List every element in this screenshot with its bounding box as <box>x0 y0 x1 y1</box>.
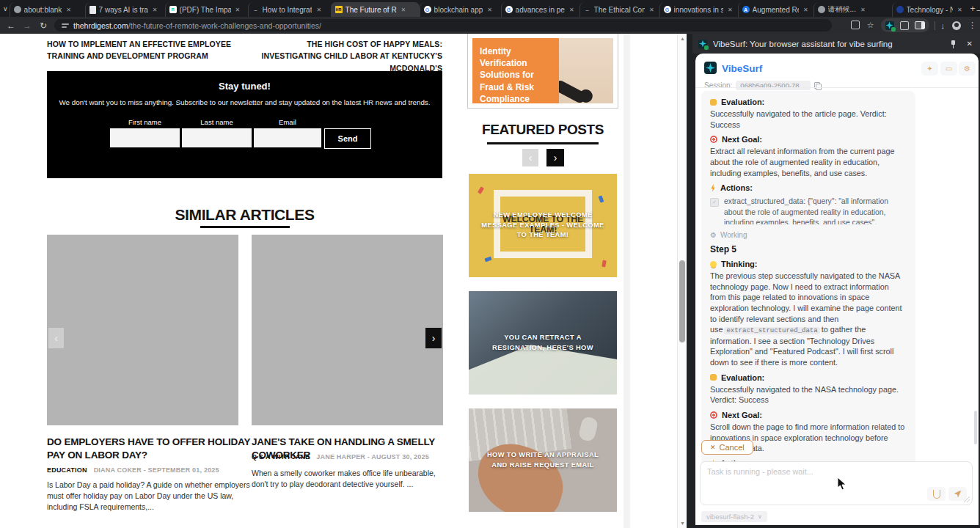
cancel-button[interactable]: ✕ Cancel <box>701 440 753 455</box>
tab-label: 请稍候... <box>828 4 856 15</box>
scroll-down-icon[interactable]: ▼ <box>678 521 687 526</box>
tab-blockchain[interactable]: G blockchain app ✕ <box>420 2 501 17</box>
settings-button[interactable]: ⚙ <box>959 62 976 76</box>
scrollbar-thumb[interactable] <box>679 260 685 342</box>
back-button[interactable]: ← <box>3 21 19 31</box>
carousel-prev-button[interactable]: ‹ <box>48 328 64 348</box>
tab-7-ways-ai[interactable]: 7 ways AI is tra ✕ <box>85 2 165 17</box>
side-panel-icon[interactable] <box>915 21 925 29</box>
rewards-button[interactable]: ✦ <box>921 62 938 76</box>
new-tab-button[interactable]: + <box>970 2 976 15</box>
tab-close-icon[interactable]: ✕ <box>151 6 159 14</box>
lightning-icon <box>710 184 716 192</box>
carousel-next-button[interactable]: › <box>425 328 442 348</box>
featured-posts-heading: FEATURED POSTS <box>462 122 624 138</box>
evaluation-text: Successfully navigated to the article pa… <box>710 109 907 130</box>
content-right-gutter <box>624 34 630 528</box>
tab-close-icon[interactable]: ✕ <box>486 6 494 14</box>
minimize-button[interactable]: – <box>977 5 980 14</box>
copy-icon[interactable] <box>814 82 821 89</box>
page-scrollbar[interactable]: ▲ ▼ <box>677 34 687 528</box>
tab-close-icon[interactable]: ✕ <box>400 6 408 14</box>
site-info-icon[interactable] <box>62 22 69 29</box>
featured-post[interactable]: YOU CAN RETRACT A RESIGNATION, HERE'S HO… <box>469 291 617 395</box>
model-selector[interactable]: vibesurf-flash-2 ∨ <box>701 511 767 522</box>
scroll-up-icon[interactable]: ▲ <box>678 36 687 41</box>
featured-prev-button[interactable]: ‹ <box>522 149 538 166</box>
tab-close-icon[interactable]: ✕ <box>315 6 323 14</box>
send-icon <box>954 491 962 498</box>
tab-advances[interactable]: G advances in pe ✕ <box>501 2 579 17</box>
tab-search-icon[interactable]: ∨ <box>3 2 8 15</box>
session-label: Session: <box>704 81 732 89</box>
ad-text: Identity Verification Solutions for Frau… <box>472 38 559 103</box>
attach-button[interactable] <box>927 487 946 501</box>
evaluation-label: Evaluation: <box>721 373 764 382</box>
tab-close-icon[interactable]: ✕ <box>568 6 576 14</box>
address-bar[interactable]: thehrdigest.com/the-future-of-remote-wor… <box>54 19 832 32</box>
extensions-icon[interactable] <box>900 21 909 30</box>
tab-how-to-integrate[interactable]: – How to Integrat ✕ <box>248 2 331 17</box>
tab-close-icon[interactable]: ✕ <box>648 6 656 14</box>
tab-close-icon[interactable]: ✕ <box>802 6 810 14</box>
first-name-input[interactable] <box>110 128 180 147</box>
evaluation-text: Successfully navigated to the NASA techn… <box>710 384 907 406</box>
tab-close-icon[interactable]: ✕ <box>234 6 242 14</box>
reload-button[interactable]: ↻ <box>35 21 51 31</box>
bookmark-star-icon[interactable]: ☆ <box>867 21 874 30</box>
menu-icon[interactable]: ⋮ <box>968 21 976 30</box>
last-name-input[interactable] <box>182 128 252 147</box>
tab-pdf-impact[interactable]: R (PDF) The Impa ✕ <box>165 2 248 17</box>
vibesurf-logo <box>704 62 717 74</box>
tab-about-blank[interactable]: about:blank ✕ <box>10 2 85 17</box>
ad-banner[interactable]: Identity Verification Solutions for Frau… <box>467 34 618 109</box>
task-input-placeholder: Task is running - please wait... <box>707 467 813 476</box>
tab-ethical[interactable]: – The Ethical Con ✕ <box>579 2 659 17</box>
history-button[interactable]: ▭ <box>940 62 957 76</box>
tab-augmented[interactable]: A Augmented Re ✕ <box>738 2 813 17</box>
resize-handle[interactable] <box>964 496 970 502</box>
tab-technology-nasa[interactable]: Technology - N ✕ <box>892 2 968 17</box>
google-favicon: G <box>424 6 431 13</box>
pin-icon[interactable] <box>949 40 957 48</box>
vibesurf-extension-icon[interactable] <box>885 21 894 30</box>
divider <box>695 87 979 88</box>
tab-label: innovations in s <box>674 6 723 14</box>
featured-post[interactable]: HOW TO WRITE AN APPRAISAL AND RAISE REQU… <box>469 408 617 512</box>
tab-label: 7 ways AI is tra <box>99 6 148 14</box>
featured-next-button[interactable]: › <box>546 149 564 166</box>
tab-the-future-of-remote-work-active[interactable]: HR The Future of R ✕ <box>331 2 420 17</box>
tab-close-icon[interactable]: ✕ <box>65 6 73 14</box>
action-checkbox[interactable]: ✓ <box>710 198 719 207</box>
task-input[interactable]: Task is running - please wait... <box>700 461 973 505</box>
close-icon: ✕ <box>710 444 716 451</box>
article-image-placeholder[interactable] <box>47 235 238 425</box>
tab-close-icon[interactable]: ✕ <box>726 6 734 14</box>
featured-post[interactable]: WELCOME TO THE TEAM! NEW EMPLOYEE WELCOM… <box>469 174 617 277</box>
next-article-link[interactable]: THE HIGH COST OF HAPPY MEALS: INVESTIGAT… <box>253 38 442 74</box>
tab-label: Technology - N <box>907 6 953 14</box>
tab-close-icon[interactable]: ✕ <box>859 6 867 14</box>
article-image-placeholder[interactable] <box>252 235 443 425</box>
prev-article-link[interactable]: HOW TO IMPLEMENT AN EFFECTIVE EMPLOYEE T… <box>47 38 256 62</box>
tab-close-icon[interactable]: ✕ <box>956 6 964 14</box>
send-button[interactable]: Send <box>324 128 371 149</box>
article-category[interactable]: Q & A WITH JANE <box>252 453 310 461</box>
globe-favicon <box>818 6 825 13</box>
article-title[interactable]: DO EMPLOYERS HAVE TO OFFER HOLIDAY PAY O… <box>47 436 252 462</box>
downloads-icon[interactable]: ↓ <box>941 21 946 30</box>
similar-articles-heading: SIMILAR ARTICLES <box>47 206 442 224</box>
panel-scrollbar-thumb[interactable] <box>974 411 977 444</box>
tab-innovations[interactable]: G innovations in s ✕ <box>659 2 738 17</box>
email-input[interactable] <box>254 128 321 147</box>
tab-cjk[interactable]: 请稍候... ✕ <box>813 2 892 17</box>
translate-icon[interactable] <box>851 21 860 31</box>
profile-icon[interactable] <box>952 21 961 30</box>
tab-label: (PDF) The Impa <box>180 6 231 14</box>
next-goal-row: Next Goal: <box>710 135 907 144</box>
forward-button[interactable]: → <box>19 21 35 31</box>
augmented-favicon: A <box>742 6 750 13</box>
article-byline: DIANA COKER - SEPTEMBER 01, 2025 <box>94 466 219 474</box>
article-category[interactable]: EDUCATION <box>47 466 87 474</box>
panel-close-icon[interactable]: ✕ <box>967 40 973 48</box>
